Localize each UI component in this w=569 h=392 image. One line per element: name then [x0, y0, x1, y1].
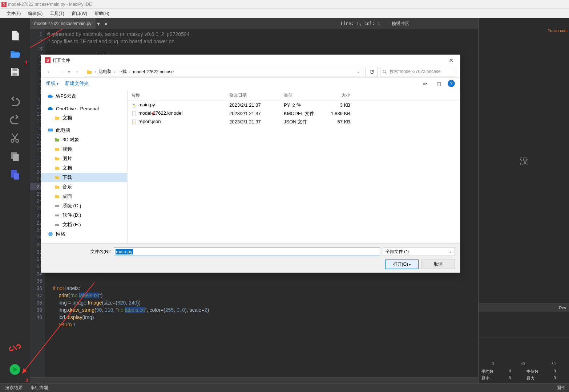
run-button[interactable] — [8, 363, 21, 376]
tree-item[interactable]: 视频 — [41, 144, 127, 154]
tree-item[interactable]: OneDrive - Personal — [41, 104, 127, 113]
histogram-chart: 0 40 80 — [479, 338, 569, 367]
menu-help[interactable]: 帮助(H) — [91, 11, 113, 17]
nav-back-button[interactable]: ← — [45, 69, 54, 75]
redo-button[interactable] — [8, 113, 21, 126]
tree-item[interactable]: 桌面 — [41, 192, 127, 201]
tree-item[interactable]: 系统 (C:) — [41, 201, 127, 211]
title-bar: S model-27622.nncase/main.py - MaixPy ID… — [0, 0, 569, 9]
svg-text:{}: {} — [133, 121, 134, 123]
help-button[interactable]: ? — [448, 80, 455, 87]
open-button[interactable]: 打开(O) ▾ — [385, 260, 419, 269]
open-file-dialog: S 打开文件 ✕ ← → ▾ ↑ › 此电脑 › 下载 › model-2762… — [41, 54, 460, 273]
nav-recent-dropdown[interactable]: ▾ — [68, 69, 70, 74]
file-list-header[interactable]: 名称 修改日期 类型 大小 — [128, 90, 460, 101]
file-list[interactable]: 名称 修改日期 类型 大小 main.py2023/2/1 21:37PY 文件… — [128, 90, 460, 243]
histogram-stats: 平均数0 中位数0 最小0 最大0 — [479, 367, 569, 383]
breadcrumb[interactable]: › 此电脑 › 下载 › model-27622.nncase ⌄ — [84, 67, 363, 77]
path-dropdown-icon[interactable]: ⌄ — [356, 70, 361, 74]
tab-serial-terminal[interactable]: 串行终端 — [31, 385, 48, 391]
nav-forward-button[interactable]: → — [56, 69, 66, 75]
tree-item[interactable]: WPS云盘 — [41, 91, 127, 101]
cut-button[interactable] — [8, 131, 21, 144]
menu-file[interactable]: 文件(F) — [3, 11, 24, 17]
file-row[interactable]: model-27622.kmodel2023/2/1 21:37KMODEL 文… — [128, 109, 460, 118]
new-file-button[interactable] — [8, 29, 21, 42]
menu-bar: 文件(F) 编辑(E) 工具(T) 窗口(W) 帮助(H) — [0, 9, 569, 18]
cancel-button[interactable]: 取消 — [421, 260, 455, 269]
dialog-bottom: 文件名(N): main.py 全部文件 (*)⌄ 打开(O) ▾ 取消 — [41, 243, 460, 273]
svg-rect-0 — [12, 68, 17, 71]
tab-close-button[interactable]: ⨯ — [101, 21, 111, 26]
tree-item[interactable]: 网络 — [41, 229, 127, 239]
file-row[interactable]: main.py2023/2/1 21:37PY 文件3 KB — [128, 101, 460, 109]
framebuffer-label: 帧缓冲区 — [387, 21, 478, 27]
filename-label: 文件名(N): — [90, 249, 111, 255]
dialog-toolbar: 组织 新建文件夹 ≡▾ ◫ ? — [41, 78, 460, 90]
tree-item[interactable]: 文档 — [41, 113, 127, 123]
annotation-1: 1 — [25, 60, 27, 65]
histogram-area — [479, 312, 569, 338]
menu-tools[interactable]: 工具(T) — [46, 11, 68, 17]
editor-tab[interactable]: model-27622.nncase/main.py — [30, 18, 96, 29]
svg-rect-1 — [12, 73, 17, 76]
svg-line-13 — [386, 72, 387, 73]
refresh-button[interactable] — [366, 67, 378, 77]
tree-item[interactable]: 音乐 — [41, 182, 127, 192]
copy-button[interactable] — [8, 150, 21, 163]
filename-input[interactable]: main.py — [114, 247, 380, 256]
bottom-bar: 搜索结果 串行终端 固件 — [0, 383, 569, 392]
new-folder-button[interactable]: 新建文件夹 — [65, 80, 89, 87]
tree-item[interactable]: 下载 — [41, 173, 127, 182]
window-title: model-27622.nncase/main.py - MaixPy IDE — [8, 2, 92, 7]
save-button[interactable] — [8, 65, 21, 78]
nav-up-button[interactable]: ↑ — [72, 69, 82, 75]
view-mode-button[interactable]: ≡▾ — [420, 79, 430, 87]
undo-button[interactable] — [8, 95, 21, 108]
resolution-label: Res — [479, 303, 569, 312]
menu-window[interactable]: 窗口(W) — [68, 11, 91, 17]
annotation-3: 3 — [25, 377, 28, 383]
framebuffer-panel: 没 Res 0 40 80 平均数0 中位数0 最小0 最大0 Yuucn co… — [478, 18, 569, 383]
tab-dropdown-icon[interactable]: ▾ — [96, 20, 101, 27]
framebuffer-empty: 没 — [479, 18, 569, 303]
tree-item[interactable]: 3D 对象 — [41, 135, 127, 144]
search-input[interactable]: 搜索"model-27622.nncase — [380, 67, 456, 77]
tab-search-results[interactable]: 搜索结果 — [5, 385, 23, 391]
dialog-logo-icon: S — [45, 57, 51, 63]
disconnect-button[interactable] — [8, 341, 21, 354]
open-file-button[interactable] — [8, 47, 21, 60]
tree-item[interactable]: 文档 — [41, 163, 127, 173]
dialog-nav-bar: ← → ▾ ↑ › 此电脑 › 下载 › model-27622.nncase … — [41, 66, 460, 77]
folder-tree[interactable]: WPS云盘OneDrive - Personal文档此电脑3D 对象视频图片文档… — [41, 90, 128, 243]
dialog-close-button[interactable]: ✕ — [446, 57, 456, 64]
tree-item[interactable]: 此电脑 — [41, 126, 127, 135]
tree-item[interactable]: 文档 (E:) — [41, 220, 127, 229]
svg-point-21 — [58, 225, 58, 225]
firmware-label: 固件 — [557, 385, 569, 391]
paste-button[interactable] — [8, 168, 21, 181]
tab-bar: model-27622.nncase/main.py ▾ ⨯ Line: 1, … — [30, 18, 478, 29]
horizontal-scrollbar[interactable] — [30, 377, 478, 383]
file-row[interactable]: {}report.json2023/2/1 21:37JSON 文件57 KB — [128, 118, 460, 126]
svg-point-12 — [383, 70, 386, 73]
file-type-filter[interactable]: 全部文件 (*)⌄ — [383, 247, 455, 256]
tree-item[interactable]: 软件 (D:) — [41, 211, 127, 220]
preview-pane-button[interactable]: ◫ — [434, 79, 444, 87]
tree-item[interactable]: 图片 — [41, 154, 127, 163]
svg-rect-24 — [132, 111, 136, 116]
dialog-title: 打开文件 — [53, 57, 70, 64]
svg-rect-7 — [14, 173, 19, 179]
left-toolbar — [0, 18, 30, 383]
svg-rect-5 — [13, 154, 19, 161]
organize-button[interactable]: 组织 — [46, 80, 58, 87]
svg-point-19 — [58, 215, 58, 216]
annotation-2: 2 — [152, 111, 154, 116]
app-logo-icon: S — [1, 2, 7, 7]
folder-icon — [86, 69, 92, 75]
menu-edit[interactable]: 编辑(E) — [24, 11, 46, 17]
svg-rect-14 — [48, 128, 53, 131]
svg-point-17 — [58, 206, 58, 206]
search-icon — [383, 69, 387, 74]
watermark: Yuucn com — [548, 28, 568, 33]
